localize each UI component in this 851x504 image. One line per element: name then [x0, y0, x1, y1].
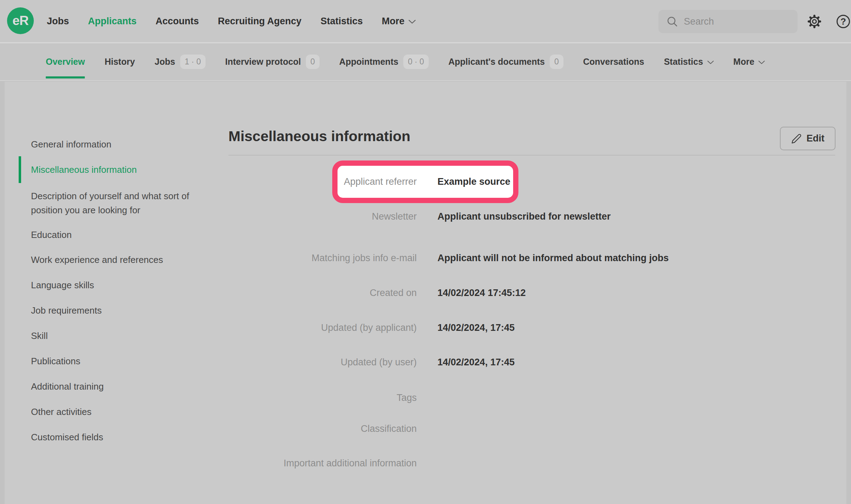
field-value: Applicant will not be informed about mat…: [437, 250, 669, 266]
field-row-updated-by-applicant: Updated (by applicant) 14/02/2024, 17:45: [228, 320, 834, 335]
field-label: Newsletter: [228, 209, 417, 224]
sidebar-item-description[interactable]: Description of yourself and what sort of…: [31, 189, 207, 217]
settings-button[interactable]: [807, 14, 822, 29]
field-label: Created on: [228, 285, 417, 301]
tab-applicants-documents-label: Applicant's documents: [448, 57, 545, 67]
field-label: Applicant referrer: [228, 174, 417, 189]
section-divider: [228, 155, 835, 156]
tab-applicants-documents[interactable]: Applicant's documents 0: [448, 43, 563, 81]
edit-button-label: Edit: [807, 133, 825, 144]
tab-overview-label: Overview: [46, 57, 85, 67]
tab-appointments-badge: 0 · 0: [403, 55, 429, 69]
nav-item-statistics[interactable]: Statistics: [321, 16, 363, 27]
chevron-down-icon: [758, 61, 765, 64]
tab-appointments[interactable]: Appointments 0 · 0: [339, 43, 429, 81]
field-label: Important additional information: [228, 455, 417, 471]
tab-more-label: More: [733, 57, 755, 67]
field-value: Applicant unsubscribed for newsletter: [437, 209, 611, 224]
sidebar-item-additional-training[interactable]: Additional training: [31, 379, 104, 393]
tab-overview[interactable]: Overview: [46, 43, 85, 81]
nav-item-recruiting-agency[interactable]: Recruiting Agency: [218, 16, 302, 27]
tab-interview-protocol-label: Interview protocol: [225, 57, 301, 67]
sidebar-item-language-skills[interactable]: Language skills: [31, 278, 94, 292]
tab-statistics[interactable]: Statistics: [664, 43, 713, 81]
tab-history-label: History: [105, 57, 135, 67]
field-value: Example source: [437, 174, 510, 189]
tab-appointments-label: Appointments: [339, 57, 398, 67]
search-icon: [666, 15, 678, 27]
overview-content: General information Miscellaneous inform…: [5, 82, 846, 504]
search-placeholder: Search: [684, 16, 714, 27]
field-label: Tags: [228, 390, 417, 405]
nav-item-accounts[interactable]: Accounts: [156, 16, 199, 27]
page-title: Miscellaneous information: [228, 128, 410, 145]
help-button[interactable]: ?: [836, 14, 851, 29]
tab-statistics-label: Statistics: [664, 57, 703, 67]
sidebar-item-job-requirements[interactable]: Job requirements: [31, 303, 102, 317]
sidebar-item-education[interactable]: Education: [31, 228, 72, 242]
search-input[interactable]: Search: [658, 10, 798, 33]
field-row-tags: Tags: [228, 390, 834, 405]
sidebar-item-general-information[interactable]: General information: [31, 137, 111, 151]
app-header: eR Jobs Applicants Accounts Recruiting A…: [0, 0, 851, 43]
field-label: Classification: [228, 421, 417, 436]
nav-item-more-label: More: [382, 16, 405, 27]
field-row-classification: Classification: [228, 421, 834, 436]
nav-item-jobs[interactable]: Jobs: [47, 16, 69, 27]
gear-icon: [807, 14, 822, 29]
nav-item-applicants[interactable]: Applicants: [88, 16, 137, 27]
field-row-newsletter: Newsletter Applicant unsubscribed for ne…: [228, 209, 834, 224]
tab-more[interactable]: More: [733, 43, 765, 81]
edit-button[interactable]: Edit: [780, 127, 836, 150]
svg-text:?: ?: [840, 16, 846, 27]
sidebar-item-customised-fields[interactable]: Customised fields: [31, 430, 103, 444]
tab-interview-protocol[interactable]: Interview protocol 0: [225, 43, 320, 81]
tab-conversations-label: Conversations: [583, 57, 644, 67]
tab-conversations[interactable]: Conversations: [583, 43, 644, 81]
app-logo[interactable]: eR: [7, 7, 34, 34]
sidebar-item-miscellaneous-information[interactable]: Miscellaneous information: [31, 163, 137, 177]
field-value: 14/02/2024, 17:45: [437, 320, 515, 335]
active-tab-underline: [46, 76, 85, 78]
tab-applicants-documents-badge: 0: [550, 55, 563, 69]
main-nav: Jobs Applicants Accounts Recruiting Agen…: [47, 0, 416, 42]
field-value: 14/02/2024 17:45:12: [437, 285, 526, 301]
tab-jobs[interactable]: Jobs 1 · 0: [155, 43, 205, 81]
field-label: Updated (by applicant): [228, 320, 417, 335]
field-value: 14/02/2024, 17:45: [437, 354, 515, 370]
tab-jobs-badge: 1 · 0: [180, 55, 206, 69]
sidebar-item-other-activities[interactable]: Other activities: [31, 405, 92, 419]
tab-jobs-label: Jobs: [155, 57, 175, 67]
help-icon: ?: [836, 14, 851, 29]
nav-item-more[interactable]: More: [382, 16, 416, 27]
field-label: Updated (by user): [228, 354, 417, 370]
applicant-tabbar: Overview History Jobs 1 · 0 Interview pr…: [0, 43, 851, 81]
field-label: Matching jobs info e-mail: [228, 250, 417, 266]
field-row-applicant-referrer: Applicant referrer Example source: [228, 174, 834, 189]
field-row-updated-by-user: Updated (by user) 14/02/2024, 17:45: [228, 354, 834, 370]
field-row-created-on: Created on 14/02/2024 17:45:12: [228, 285, 834, 301]
tab-history[interactable]: History: [105, 43, 135, 81]
chevron-down-icon: [707, 61, 714, 64]
field-row-matching-jobs-email: Matching jobs info e-mail Applicant will…: [228, 250, 834, 266]
pencil-icon: [791, 133, 802, 144]
chevron-down-icon: [409, 20, 416, 24]
sidebar-item-skill[interactable]: Skill: [31, 329, 48, 343]
tab-interview-protocol-badge: 0: [306, 55, 320, 69]
sidebar-item-work-experience[interactable]: Work experience and references: [31, 253, 163, 267]
field-row-important-additional-information: Important additional information: [228, 455, 834, 471]
sidebar-active-indicator: [19, 156, 21, 183]
sidebar-item-publications[interactable]: Publications: [31, 354, 80, 368]
